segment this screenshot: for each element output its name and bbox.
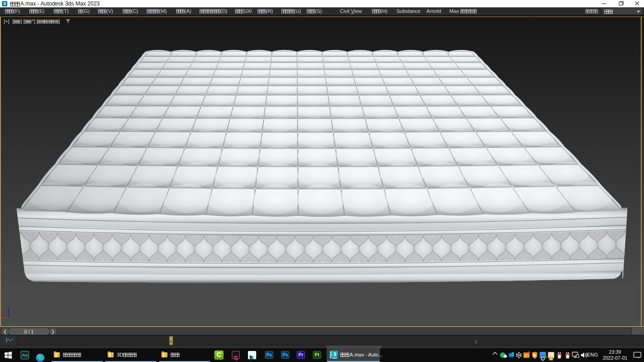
- svg-text:MAX: MAX: [333, 357, 337, 359]
- svg-text:3: 3: [333, 351, 336, 357]
